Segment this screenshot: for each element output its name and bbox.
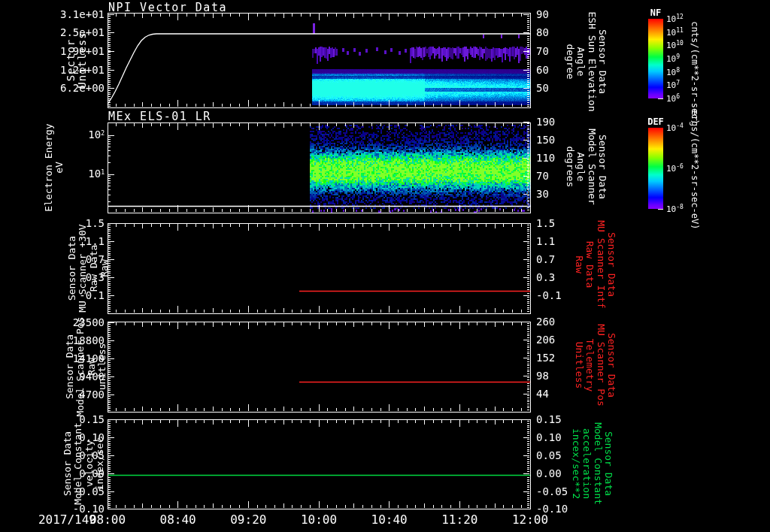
log-exp: -6 bbox=[676, 163, 684, 170]
axis-label-line: Sector bbox=[65, 32, 77, 88]
axis-label-line: Sensor Data bbox=[596, 128, 607, 205]
colorbar-tick-label: 1011 bbox=[666, 27, 684, 38]
p4-right-tick-label: 0.05 bbox=[536, 449, 562, 461]
p4-right-tick-label: 0.15 bbox=[536, 413, 562, 425]
axis-label-line: incex/sec**2 bbox=[570, 422, 581, 505]
p1-right-tick-label: 190 bbox=[536, 116, 555, 128]
p3-right-tick-label: 98 bbox=[536, 370, 549, 382]
p4-right-tick-label: -0.05 bbox=[536, 485, 568, 497]
log-exp: 8 bbox=[676, 67, 680, 74]
nf-colorbar bbox=[648, 19, 663, 98]
p1-right-tick-label: 110 bbox=[536, 152, 555, 164]
log-exp: 2 bbox=[101, 130, 105, 137]
p4-right-tick-label: 0.00 bbox=[536, 467, 562, 479]
nf-colorbar-title: NF bbox=[644, 8, 668, 18]
log-exp: 11 bbox=[676, 27, 684, 34]
p2-right-tick-label: 0.3 bbox=[536, 271, 555, 283]
axis-label-line: MU Scanner +30V bbox=[78, 224, 89, 312]
panel2-title: MEx ELS-01 LR bbox=[108, 110, 211, 123]
p3-right-axis-label: Sensor DataMU Scanner PosTelemetryUnitle… bbox=[573, 324, 616, 407]
p1-right-tick-label: 70 bbox=[536, 170, 549, 182]
axis-label-line: Sensor Data bbox=[596, 11, 607, 111]
axis-label-line: MU Scanner Pos bbox=[595, 324, 605, 407]
p2-right-tick-label: 1.5 bbox=[536, 217, 555, 229]
axis-label-line: Electron Energy bbox=[44, 123, 54, 211]
log-exp: -4 bbox=[676, 122, 684, 129]
def-colorbar-units: ergs/(cm**2-sr-sec-eV) bbox=[690, 110, 700, 230]
p2-right-tick-label: -0.1 bbox=[536, 289, 562, 301]
p0-right-tick-label: 60 bbox=[536, 64, 549, 76]
p2-right-tick-label: 1.1 bbox=[536, 235, 555, 247]
x-tick-label: 10:00 bbox=[296, 512, 341, 527]
p2-right-axis-label: Sensor DataMU Scanner IntfRaw DataRaw bbox=[573, 220, 616, 308]
axis-label-line: Angle bbox=[575, 128, 586, 205]
axis-label-line: Angle bbox=[575, 11, 586, 111]
x-tick-label: 08:40 bbox=[156, 512, 201, 527]
axis-label-line: Raw Data bbox=[584, 220, 595, 308]
colorbar-tick-label: 10-6 bbox=[666, 163, 684, 174]
colorbar-tick-label: 108 bbox=[666, 67, 680, 77]
p0-left-tick-label: 3.1e+01 bbox=[38, 8, 105, 20]
x-tick-label: 10:40 bbox=[367, 512, 412, 527]
axis-label-line: degree bbox=[564, 11, 574, 111]
colorbar-tick-label: 107 bbox=[666, 80, 680, 90]
log-base: 10 bbox=[666, 94, 676, 104]
p3-right-tick-label: 260 bbox=[536, 316, 555, 328]
p1-right-tick-label: 30 bbox=[536, 188, 549, 200]
log-exp: -8 bbox=[676, 204, 684, 210]
axis-label-line: Model Constant bbox=[74, 422, 84, 505]
axis-label-line: Sensor Data bbox=[67, 224, 77, 312]
log-base: 10 bbox=[88, 128, 101, 141]
p0-right-tick-label: 90 bbox=[536, 8, 549, 20]
p1-right-tick-label: 150 bbox=[536, 134, 555, 146]
axis-label-line: MU Scanner Intf bbox=[595, 220, 605, 308]
log-base: 10 bbox=[666, 123, 676, 133]
axis-label-line: unitless bbox=[97, 316, 108, 416]
axis-label-line: degrees bbox=[564, 128, 574, 205]
p3-right-tick-label: 206 bbox=[536, 334, 555, 346]
p2-right-tick-label: 0.7 bbox=[536, 253, 555, 265]
colorbar-tick-label: 106 bbox=[666, 93, 680, 104]
p4-left-axis-label: Sensor DataModel Constantvelocityindex/s… bbox=[62, 422, 105, 505]
axis-label-line: Raw Data bbox=[89, 224, 99, 312]
p1-right-axis-label: Sensor DataModel ScannerAngledegrees bbox=[564, 128, 607, 205]
axis-label-line: Model Constant bbox=[592, 422, 602, 505]
sun-elevation-curve bbox=[108, 34, 530, 104]
p0-right-tick-label: 70 bbox=[536, 45, 549, 57]
axis-label-line: velocity bbox=[84, 422, 95, 505]
log-base: 10 bbox=[666, 164, 676, 174]
axis-label-line: Model Scanner Pos bbox=[76, 316, 86, 416]
nf-colorbar-units: cnts/(cm**2-sr-sec) bbox=[690, 21, 700, 124]
log-base: 10 bbox=[666, 204, 676, 214]
axis-label-line: acceleration bbox=[581, 422, 592, 505]
def-colorbar-title: DEF bbox=[644, 116, 668, 127]
colorbar-tick-label: 1012 bbox=[666, 14, 684, 24]
p3-right-tick-label: 44 bbox=[536, 388, 549, 400]
colorbar-tick-label: 10-4 bbox=[666, 122, 684, 133]
axis-label-line: Sensor Data bbox=[65, 316, 75, 416]
axis-label-line: Sensor Data bbox=[605, 324, 616, 407]
axis-label-line: Telemetry bbox=[584, 324, 595, 407]
p3-left-axis-label: Sensor DataModel Scanner PosRawunitless bbox=[65, 316, 108, 416]
axis-label-line: Raw bbox=[86, 316, 97, 416]
p0-right-axis-label: Sensor DataESH Sun ElevationAngledegree bbox=[564, 11, 607, 111]
p0-right-tick-label: 50 bbox=[536, 82, 549, 94]
log-exp: 6 bbox=[676, 93, 680, 100]
log-exp: 10 bbox=[676, 40, 684, 47]
colorbar-tick-label: 109 bbox=[666, 53, 680, 64]
axis-label-line: index/sec bbox=[95, 422, 105, 505]
plot-screen: NPI Vector Data MEx ELS-01 LR NF cnts/(c… bbox=[0, 0, 770, 532]
log-exp: 7 bbox=[676, 80, 680, 86]
log-exp: 1 bbox=[101, 169, 105, 176]
x-tick-label: 11:20 bbox=[437, 512, 482, 527]
axis-label-line: Raw bbox=[573, 220, 584, 308]
log-base: 10 bbox=[666, 68, 676, 77]
axis-label-line: Unitless bbox=[77, 32, 88, 88]
p4-right-axis-label: Sensor DataModel Constantaccelerationinc… bbox=[570, 422, 613, 505]
colorbar-tick-label: 10-8 bbox=[666, 204, 684, 214]
log-base: 10 bbox=[666, 14, 676, 24]
p2-left-axis-label: Sensor DataMU Scanner +30VRaw DataRaw bbox=[67, 224, 110, 312]
p0-right-tick-label: 80 bbox=[536, 26, 549, 38]
axis-label-line: ESH Sun Elevation bbox=[586, 11, 596, 111]
axis-label-line: eV bbox=[54, 123, 65, 211]
